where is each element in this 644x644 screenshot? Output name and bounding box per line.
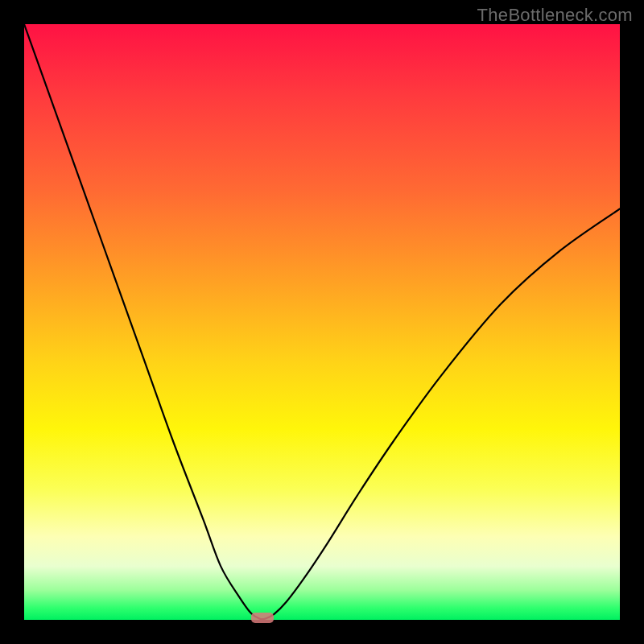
chart-frame: TheBottleneck.com	[0, 0, 644, 644]
bottleneck-curve	[24, 24, 620, 619]
watermark-text: TheBottleneck.com	[477, 5, 633, 26]
optimal-point-marker	[251, 613, 274, 623]
plot-area	[24, 24, 620, 620]
curve-svg	[24, 24, 620, 620]
